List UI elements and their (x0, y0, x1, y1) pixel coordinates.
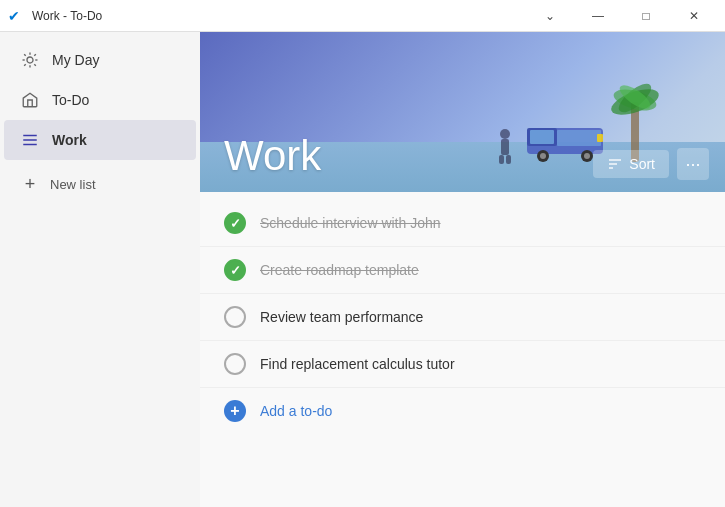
svg-line-5 (24, 54, 26, 56)
sidebar-item-work[interactable]: Work (4, 120, 196, 160)
list-icon (20, 130, 40, 150)
svg-line-7 (24, 64, 26, 66)
close-button[interactable]: ✕ (671, 0, 717, 32)
plus-icon: + (20, 174, 40, 194)
task-item[interactable]: Find replacement calculus tutor (200, 341, 725, 388)
titlebar: ✔ Work - To-Do ⌄ — □ ✕ (0, 0, 725, 32)
svg-rect-20 (597, 134, 603, 142)
task-checkbox-4[interactable] (224, 353, 246, 375)
more-icon: ··· (685, 154, 700, 175)
page-title: Work (224, 132, 593, 180)
task-checkbox-1[interactable]: ✓ (224, 212, 246, 234)
header-banner: Work Sort ··· (200, 32, 725, 192)
task-item[interactable]: ✓ Create roadmap template (200, 247, 725, 294)
sort-icon (607, 156, 623, 172)
svg-line-6 (34, 64, 36, 66)
maximize-button[interactable]: □ (623, 0, 669, 32)
sidebar-item-to-do[interactable]: To-Do (4, 80, 196, 120)
task-text-3: Review team performance (260, 309, 701, 325)
sidebar-item-my-day[interactable]: My Day (4, 40, 196, 80)
header-actions: Sort ··· (593, 148, 709, 180)
collapse-button[interactable]: ⌄ (527, 0, 573, 32)
sun-icon (20, 50, 40, 70)
add-icon: + (224, 400, 246, 422)
app-icon: ✔ (8, 8, 24, 24)
app-body: My Day To-Do Work + New lis (0, 32, 725, 507)
sort-label: Sort (629, 156, 655, 172)
content-area: Work Sort ··· ✓ (200, 32, 725, 507)
svg-line-8 (34, 54, 36, 56)
sidebar-item-to-do-label: To-Do (52, 92, 89, 108)
sidebar-item-my-day-label: My Day (52, 52, 99, 68)
window-controls: ⌄ — □ ✕ (527, 0, 717, 32)
new-list-label: New list (50, 177, 96, 192)
svg-point-0 (27, 57, 33, 63)
sort-button[interactable]: Sort (593, 150, 669, 178)
task-checkbox-2[interactable]: ✓ (224, 259, 246, 281)
titlebar-title: Work - To-Do (32, 9, 527, 23)
task-text-2: Create roadmap template (260, 262, 701, 278)
add-todo-label: Add a to-do (260, 403, 332, 419)
check-icon-1: ✓ (230, 216, 241, 231)
sidebar-item-work-label: Work (52, 132, 87, 148)
more-options-button[interactable]: ··· (677, 148, 709, 180)
task-text-1: Schedule interview with John (260, 215, 701, 231)
task-text-4: Find replacement calculus tutor (260, 356, 701, 372)
minimize-button[interactable]: — (575, 0, 621, 32)
task-item[interactable]: ✓ Schedule interview with John (200, 200, 725, 247)
new-list-button[interactable]: + New list (4, 164, 196, 204)
add-todo-button[interactable]: + Add a to-do (200, 388, 725, 434)
sidebar: My Day To-Do Work + New lis (0, 32, 200, 507)
task-item[interactable]: Review team performance (200, 294, 725, 341)
home-icon (20, 90, 40, 110)
task-list: ✓ Schedule interview with John ✓ Create … (200, 192, 725, 507)
check-icon-2: ✓ (230, 263, 241, 278)
task-checkbox-3[interactable] (224, 306, 246, 328)
